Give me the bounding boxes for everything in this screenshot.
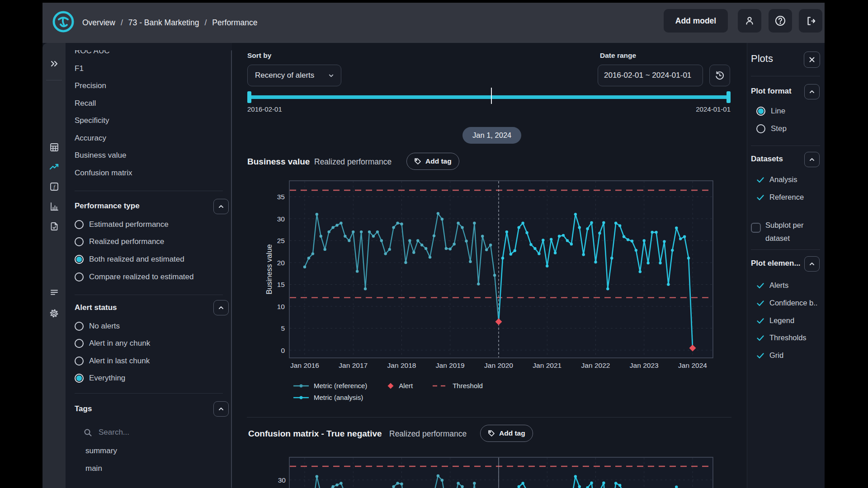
user-button[interactable] [738, 9, 761, 33]
date-range-input[interactable]: 2016-02-01 ~ 2024-01-01 [598, 65, 703, 86]
breadcrumb-model[interactable]: 73 - Bank Marketing [128, 18, 199, 28]
check-label: Legend [769, 316, 794, 325]
rail-item-menu[interactable] [42, 284, 66, 300]
metric-item-business-value[interactable]: Business value [66, 147, 229, 164]
chevron-up-icon [808, 156, 816, 163]
chart1-legend-row2: Metric (analysis) [293, 394, 363, 401]
metric-item-accuracy[interactable]: Accuracy [66, 130, 229, 147]
logout-icon [805, 15, 816, 27]
check-icon [756, 334, 764, 342]
rail-item-performance[interactable] [42, 159, 66, 175]
tag-item-main[interactable]: main [85, 464, 102, 473]
metric-item-roc-auc[interactable]: ROC AUC [66, 50, 229, 60]
svg-text:20: 20 [277, 259, 285, 267]
legend-item-alert[interactable]: Alert [387, 382, 413, 389]
logout-button[interactable] [799, 9, 822, 33]
check-label: Reference [769, 193, 804, 202]
tag-item-summary[interactable]: summary [85, 446, 117, 455]
radio-unselected [75, 322, 84, 331]
svg-text:10: 10 [277, 303, 285, 310]
add-model-button[interactable]: Add model [664, 9, 728, 33]
rail-item-settings[interactable] [42, 305, 66, 321]
breadcrumb-separator: / [204, 18, 207, 28]
svg-text:f: f [53, 184, 56, 190]
legend-item-metric-analysis-[interactable]: Metric (analysis) [293, 394, 363, 401]
tag-search-input[interactable]: Search... [84, 428, 129, 437]
radio-selected [756, 107, 765, 116]
radio-unselected [75, 339, 84, 348]
collapse-alert-status-button[interactable] [213, 300, 229, 315]
dataset-reference[interactable]: Reference [756, 193, 804, 202]
metric-item-recall[interactable]: Recall [66, 95, 229, 113]
rail-item-report[interactable] [42, 218, 66, 235]
plot-element-alerts[interactable]: Alerts [756, 281, 788, 290]
performance-type-both-realized-and-estimated[interactable]: Both realized and estimated [75, 255, 184, 264]
chart2-add-tag-button[interactable]: Add tag [480, 425, 533, 442]
plot-element-grid[interactable]: Grid [756, 351, 783, 360]
alert-status-alert-in-last-chunk[interactable]: Alert in last chunk [75, 357, 150, 366]
alert-status-no-alerts[interactable]: No alerts [75, 322, 120, 331]
help-button[interactable] [769, 9, 792, 33]
history-icon [715, 70, 725, 80]
legend-label: Metric (reference) [314, 382, 367, 389]
subplot-per-dataset-checkbox[interactable] [751, 223, 761, 233]
plot-format-step[interactable]: Step [756, 124, 787, 133]
metric-item-confusion-matrix[interactable]: Confusion matrix [66, 164, 229, 182]
sort-by-value: Recency of alerts [255, 71, 314, 80]
screen: Overview / 73 - Bank Marketing / Perform… [0, 0, 868, 488]
legend-item-threshold[interactable]: Threshold [433, 382, 483, 389]
dataset-analysis[interactable]: Analysis [756, 175, 797, 184]
plots-panel: Plots Plot format LineStep Datasets Anal… [747, 43, 825, 488]
date-slider-handle-start[interactable] [247, 91, 251, 103]
app-logo[interactable] [51, 9, 75, 34]
alert-status-alert-in-any-chunk[interactable]: Alert in any chunk [75, 339, 150, 348]
close-plots-panel-button[interactable] [804, 52, 820, 68]
line-swatch [293, 384, 309, 388]
collapse-datasets-button[interactable] [804, 152, 820, 167]
date-range-label: Date range [600, 52, 636, 60]
user-icon [744, 15, 755, 26]
metric-item-f1[interactable]: F1 [66, 60, 229, 78]
date-slider-handle-end[interactable] [726, 91, 731, 103]
svg-text:Business value: Business value [265, 244, 273, 295]
radio-unselected [75, 272, 84, 282]
chart1-add-tag-button[interactable]: Add tag [406, 153, 459, 170]
metric-item-precision[interactable]: Precision [66, 77, 229, 95]
bar-chart-icon [49, 202, 59, 211]
rail-item-table[interactable] [42, 139, 66, 155]
performance-type-heading: Performance type [75, 202, 140, 211]
plot-element-legend[interactable]: Legend [756, 316, 794, 325]
legend-item-metric-reference-[interactable]: Metric (reference) [293, 382, 367, 389]
business-value-chart[interactable]: 05101520253035Jan 2016Jan 2017Jan 2018Ja… [232, 176, 747, 377]
reset-date-range-button[interactable] [709, 65, 730, 86]
icon-rail: f [42, 43, 66, 488]
date-slider-marker[interactable] [491, 88, 492, 104]
search-icon [84, 428, 92, 437]
expand-sidebar-button[interactable] [42, 56, 66, 72]
collapse-plot-format-button[interactable] [804, 84, 820, 99]
plot-element-confidence-b-[interactable]: Confidence b.. [756, 299, 817, 307]
rail-item-function[interactable]: f [42, 178, 66, 195]
check-label: Grid [769, 351, 783, 360]
alert-status-everything[interactable]: Everything [75, 374, 125, 383]
section-divider [247, 417, 731, 418]
function-icon: f [49, 182, 59, 192]
divider [751, 145, 820, 146]
collapse-tags-button[interactable] [213, 401, 229, 417]
metric-item-specificity[interactable]: Specificity [66, 112, 229, 130]
breadcrumb-overview[interactable]: Overview [82, 18, 115, 28]
performance-type-realized-performance[interactable]: Realized performance [75, 237, 164, 246]
chevron-up-icon [808, 88, 816, 95]
performance-type-compare-realized-to-estimated[interactable]: Compare realized to estimated [75, 272, 194, 282]
plot-format-line[interactable]: Line [756, 107, 785, 116]
performance-type-estimated-performance[interactable]: Estimated performance [75, 220, 169, 229]
date-slider-track[interactable] [247, 95, 731, 99]
rail-item-bar-chart[interactable] [42, 198, 66, 215]
collapse-performance-type-button[interactable] [213, 199, 229, 214]
collapse-plot-elements-button[interactable] [804, 256, 820, 272]
sort-by-select[interactable]: Recency of alerts [247, 65, 341, 86]
plot-element-thresholds[interactable]: Thresholds [756, 333, 807, 342]
divider [75, 295, 223, 295]
confusion-matrix-chart[interactable]: 30 [232, 452, 747, 488]
radio-unselected [75, 357, 84, 366]
